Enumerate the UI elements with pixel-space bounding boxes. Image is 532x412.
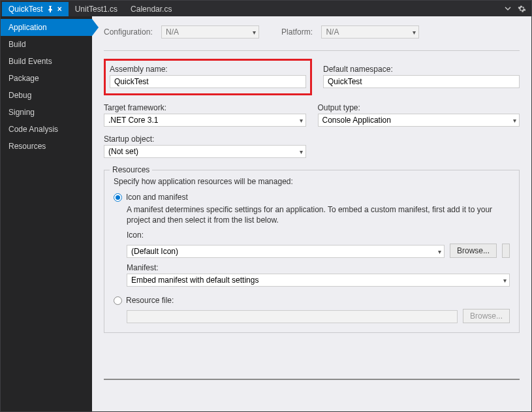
sidebar-item-build[interactable]: Build (1, 36, 92, 53)
browse-icon-button[interactable]: Browse... (450, 244, 497, 258)
icon-manifest-help: A manifest determines specific settings … (127, 204, 510, 225)
assembly-name-label: Assembly name: (110, 65, 306, 74)
tab-label: QuickTest (8, 5, 43, 14)
icon-select[interactable]: (Default Icon) ▾ (127, 245, 445, 258)
sidebar-item-build-events[interactable]: Build Events (1, 53, 92, 70)
radio-unchecked-icon[interactable] (114, 296, 122, 305)
application-page: Configuration: N/A ▾ Platform: N/A ▾ (92, 16, 531, 411)
tab-quicktest[interactable]: QuickTest × (2, 2, 69, 16)
manifest-value: Embed manifest with default settings (131, 276, 258, 285)
platform-label: Platform: (281, 27, 313, 37)
output-type-select[interactable]: Console Application ▾ (318, 114, 520, 127)
target-framework-label: Target framework: (104, 103, 306, 112)
resource-file-option[interactable]: Resource file: (114, 296, 510, 305)
tab-calendar[interactable]: Calendar.cs (124, 2, 178, 16)
pin-icon[interactable] (47, 6, 54, 12)
sidebar-item-signing[interactable]: Signing (1, 104, 92, 121)
editor-body: Application Build Build Events Package D… (1, 16, 531, 411)
config-platform-row: Configuration: N/A ▾ Platform: N/A ▾ (104, 25, 520, 39)
dropdown-icon[interactable] (505, 5, 511, 12)
chevron-down-icon: ▾ (300, 117, 303, 124)
sidebar-item-label: Build Events (8, 57, 52, 66)
tab-label: Calendar.cs (131, 5, 172, 14)
browse-resource-file-button: Browse... (463, 309, 510, 323)
sidebar-item-label: Package (8, 74, 39, 83)
sidebar-item-package[interactable]: Package (1, 70, 92, 87)
icon-label: Icon: (127, 230, 510, 240)
sidebar-item-code-analysis[interactable]: Code Analysis (1, 121, 92, 138)
gear-icon[interactable] (518, 5, 526, 13)
target-framework-select[interactable]: .NET Core 3.1 ▾ (104, 114, 306, 127)
output-type-value: Console Application (322, 116, 391, 125)
icon-preview-placeholder (502, 244, 510, 258)
project-properties-window: QuickTest × UnitTest1.cs Calendar.cs App… (0, 0, 532, 412)
startup-object-label: Startup object: (104, 135, 306, 144)
sidebar-item-label: Debug (8, 91, 31, 100)
tab-strip-tools (505, 5, 531, 13)
radio-checked-icon[interactable] (114, 193, 122, 202)
chevron-down-icon: ▾ (253, 29, 256, 36)
chevron-down-icon: ▾ (413, 29, 416, 36)
chevron-down-icon: ▾ (438, 248, 441, 255)
chevron-down-icon: ▾ (300, 148, 303, 155)
resource-file-label: Resource file: (126, 296, 174, 305)
sidebar-item-application[interactable]: Application (1, 19, 92, 36)
bottom-divider (104, 379, 520, 380)
sidebar-item-label: Resources (8, 142, 46, 151)
resources-groupbox: Resources Specify how application resour… (104, 170, 520, 333)
resource-file-input (127, 310, 458, 323)
output-type-label: Output type: (318, 103, 520, 112)
icon-manifest-label: Icon and manifest (126, 193, 188, 202)
tab-unittest1[interactable]: UnitTest1.cs (69, 2, 124, 16)
sidebar-item-label: Code Analysis (8, 125, 58, 134)
close-icon[interactable]: × (57, 5, 62, 14)
resources-description: Specify how application resources will b… (114, 177, 510, 186)
sidebar-item-label: Signing (8, 108, 35, 117)
configuration-select: N/A ▾ (161, 25, 259, 39)
platform-value: N/A (326, 27, 339, 37)
default-namespace-label: Default namespace: (323, 65, 520, 74)
tab-label: UnitTest1.cs (75, 5, 117, 14)
sidebar-item-label: Build (8, 40, 26, 49)
icon-value: (Default Icon) (131, 247, 178, 256)
sidebar-item-label: Application (8, 23, 47, 32)
manifest-select[interactable]: Embed manifest with default settings ▾ (127, 274, 510, 287)
assembly-name-group-highlighted: Assembly name: (104, 59, 312, 95)
sidebar-item-debug[interactable]: Debug (1, 87, 92, 104)
sidebar-item-resources[interactable]: Resources (1, 138, 92, 155)
manifest-label: Manifest: (127, 263, 510, 272)
property-page-sidebar: Application Build Build Events Package D… (1, 16, 92, 411)
document-tab-strip: QuickTest × UnitTest1.cs Calendar.cs (1, 1, 531, 16)
configuration-value: N/A (166, 27, 179, 37)
target-framework-value: .NET Core 3.1 (108, 116, 158, 125)
default-namespace-input[interactable] (323, 75, 520, 88)
chevron-down-icon: ▾ (513, 117, 516, 124)
platform-select: N/A ▾ (321, 25, 419, 39)
chevron-down-icon: ▾ (503, 277, 507, 284)
divider (104, 50, 520, 51)
startup-object-select[interactable]: (Not set) ▾ (104, 145, 306, 158)
icon-manifest-option[interactable]: Icon and manifest (114, 193, 510, 202)
startup-object-value: (Not set) (108, 147, 138, 156)
resources-legend: Resources (110, 165, 152, 174)
configuration-label: Configuration: (104, 27, 153, 37)
assembly-name-input[interactable] (110, 75, 306, 88)
